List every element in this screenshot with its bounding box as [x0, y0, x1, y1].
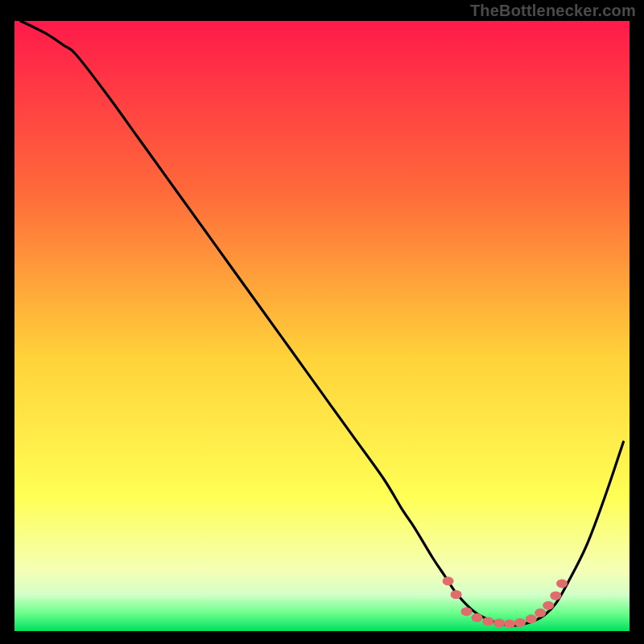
watermark-text: TheBottlenecker.com	[470, 2, 636, 20]
optimal-dot	[556, 579, 568, 588]
bottleneck-chart	[14, 21, 630, 631]
optimal-dot	[493, 619, 505, 628]
plot-area	[14, 21, 630, 631]
chart-frame: TheBottlenecker.com	[0, 0, 644, 644]
optimal-dot	[451, 590, 462, 599]
optimal-dot	[443, 576, 454, 585]
optimal-dot	[472, 613, 483, 622]
optimal-dot	[461, 607, 473, 616]
optimal-dot	[550, 592, 561, 601]
optimal-dot	[543, 601, 554, 610]
optimal-dot	[514, 618, 526, 627]
gradient-background	[14, 21, 630, 631]
optimal-dot	[535, 609, 546, 617]
optimal-dot	[526, 614, 537, 623]
optimal-dot	[482, 617, 493, 625]
optimal-dot	[504, 619, 515, 628]
